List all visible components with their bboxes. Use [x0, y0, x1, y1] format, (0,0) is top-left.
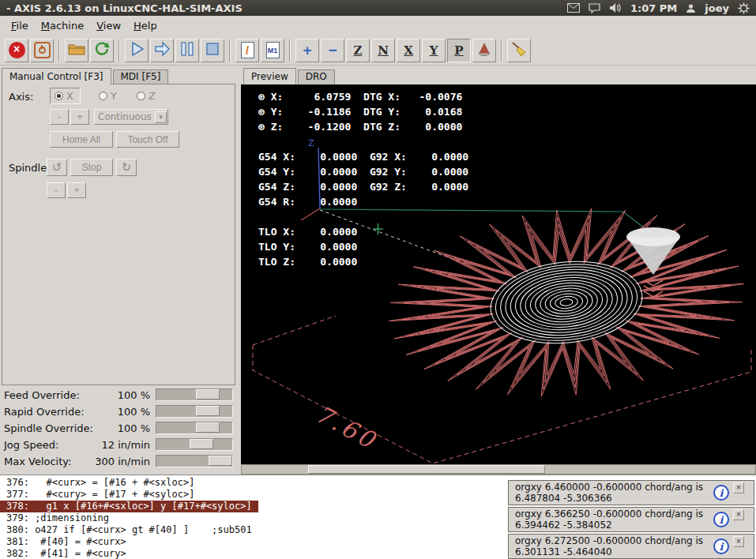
pause-program-button[interactable]	[175, 39, 199, 62]
touch-off-button[interactable]: Touch Off	[116, 131, 179, 148]
tab-dro[interactable]: DRO	[298, 69, 335, 84]
zoom-in-button[interactable]: +	[295, 39, 319, 62]
toolbar-separator	[58, 39, 60, 62]
slider-value: 300 in/min	[0, 456, 150, 467]
slider-value: 100 %	[0, 389, 150, 401]
view-front-icon: Y	[430, 43, 438, 58]
preview-hscrollbar[interactable]	[241, 464, 756, 475]
gcode-line-text: #[41] = #<cury>	[29, 548, 126, 559]
slider-value: 100 %	[0, 406, 150, 418]
preview-pane[interactable]: 7.60Z ⊕ X: 6.0759 DTG X: -0.0076 ⊕ Y: -0…	[241, 84, 756, 464]
radio-icon	[55, 92, 63, 100]
slider-value: 100 %	[0, 422, 150, 434]
pause-icon	[179, 40, 196, 60]
run-step-button[interactable]	[150, 39, 174, 62]
view-rotated-top-icon: N	[378, 43, 389, 58]
stop-program-button[interactable]	[201, 39, 224, 62]
mail-icon[interactable]	[567, 3, 580, 13]
volume-icon[interactable]	[609, 2, 622, 13]
axis-radio-x[interactable]: X	[50, 88, 81, 104]
right-notebook-tabs: Preview DRO	[243, 68, 337, 84]
menu-item[interactable]: Help	[127, 17, 164, 34]
menubar: File Machine View Help	[0, 16, 756, 36]
home-all-button[interactable]: Home All	[50, 131, 113, 148]
slider-track[interactable]	[156, 422, 233, 434]
slider-row: Rapid Override: 100 %	[0, 403, 235, 420]
notification-text: orgxy 6.366250 -0.600000 chord/ang is 6.…	[515, 508, 709, 531]
axis-radio-z[interactable]: Z	[137, 90, 156, 102]
spindle-cw-button[interactable]: ↻	[116, 159, 137, 176]
notification-close-button[interactable]: ×	[733, 482, 744, 493]
view-front-button[interactable]: Y	[422, 39, 446, 62]
view-perspective-icon: P	[454, 43, 463, 58]
notification-close-button[interactable]: ×	[733, 509, 744, 520]
view-top-icon: Z	[354, 43, 363, 58]
spindle-stop-button[interactable]: Stop	[70, 159, 113, 176]
menu-item[interactable]: Machine	[35, 17, 90, 34]
jog-mode-dropdown[interactable]: Continuous ▾	[94, 109, 168, 125]
notification-close-button[interactable]: ×	[733, 536, 744, 547]
axis-radio-y[interactable]: Y	[99, 90, 117, 102]
tab-manual-control[interactable]: Manual Control [F3]	[2, 68, 111, 84]
gcode-line[interactable]: 380: o427 if [#<curx> gt #[40] ] ;sub501	[0, 524, 258, 536]
slider-thumb[interactable]	[209, 456, 232, 466]
user-icon	[686, 3, 696, 13]
titlebar[interactable]: - AXIS 2.6.13 on LinuxCNC-HAL-SIM-AXIS 1…	[0, 0, 756, 16]
view-rotated-top-button[interactable]: N	[371, 39, 395, 62]
machine-power-button[interactable]	[30, 39, 54, 62]
toolbar: × / M1 + − Z N X Y P	[0, 36, 756, 66]
system-tray: 1:07 PM joey	[567, 2, 750, 14]
gear-icon[interactable]	[738, 2, 750, 14]
step-arrow-icon	[152, 39, 171, 61]
estop-button[interactable]: ×	[5, 39, 28, 62]
slider-track[interactable]	[156, 405, 233, 418]
skip-lines-button[interactable]: /	[235, 39, 259, 62]
gcode-line[interactable]: 382: #[41] = #<cury>	[0, 548, 133, 559]
chat-icon[interactable]	[589, 3, 600, 13]
gcode-line[interactable]: 378: g1 x [#16+#<sxloc>] y [#17+#<syloc>…	[0, 501, 258, 512]
gcode-line[interactable]: 379: ;dimensioning	[0, 512, 115, 524]
tab-mdi[interactable]: MDI [F5]	[113, 69, 169, 84]
rotate-mode-button[interactable]	[472, 39, 496, 62]
slider-thumb[interactable]	[190, 439, 213, 449]
username[interactable]: joey	[705, 2, 729, 14]
tab-preview[interactable]: Preview	[243, 68, 296, 84]
toolbar-separator	[229, 39, 231, 62]
broom-icon	[510, 40, 528, 60]
menu-item[interactable]: View	[90, 17, 127, 34]
gcode-line[interactable]: 377: #<cury> = [#17 + #<syloc>]	[0, 489, 201, 501]
spindle-plus-button[interactable]: +	[67, 182, 86, 198]
open-file-button[interactable]	[65, 39, 88, 62]
optional-pause-button[interactable]: M1	[261, 39, 284, 62]
scrollbar-thumb[interactable]	[308, 465, 545, 474]
spindle-minus-button[interactable]: -	[47, 182, 66, 198]
run-program-button[interactable]	[125, 39, 149, 62]
slider-thumb[interactable]	[196, 389, 220, 400]
jog-minus-button[interactable]: -	[50, 109, 69, 125]
optional-stop-icon: M1	[266, 42, 280, 58]
menu-item[interactable]: File	[5, 17, 35, 34]
zoom-out-button[interactable]: −	[321, 39, 344, 62]
toolbar-separator	[118, 39, 120, 62]
view-perspective-button[interactable]: P	[447, 39, 471, 62]
jog-plus-button[interactable]: +	[70, 109, 89, 125]
slider-track[interactable]	[156, 438, 233, 451]
dro-readout: ⊕ X: 6.0759 DTG X: -0.0076 ⊕ Y: -0.1186 …	[258, 89, 468, 269]
estop-icon: ×	[9, 42, 25, 58]
gcode-line-number: 376:	[6, 477, 29, 488]
clear-plot-button[interactable]	[507, 39, 531, 62]
view-side-button[interactable]: X	[397, 39, 420, 62]
slider-thumb[interactable]	[196, 422, 220, 433]
spindle-ccw-button[interactable]: ↺	[47, 159, 67, 176]
slider-track[interactable]	[156, 388, 233, 401]
reload-file-button[interactable]	[90, 39, 114, 62]
tool-cone-icon	[476, 41, 492, 59]
gcode-line[interactable]: 381: #[40] = #<curx>	[0, 536, 133, 548]
slider-track[interactable]	[156, 455, 233, 467]
stop-icon	[204, 40, 221, 60]
slider-thumb[interactable]	[196, 406, 220, 416]
clock[interactable]: 1:07 PM	[630, 2, 677, 14]
gcode-line[interactable]: 376: #<curx> = [#16 + #<sxloc>]	[0, 477, 201, 489]
gcode-line-text: ;dimensioning	[29, 512, 109, 523]
view-top-button[interactable]: Z	[346, 39, 370, 62]
